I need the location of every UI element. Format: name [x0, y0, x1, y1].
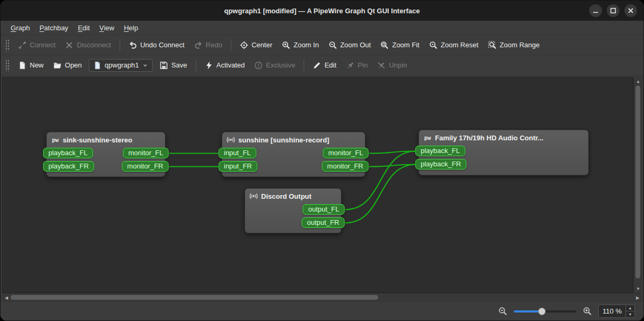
port-output-monitor-fr[interactable]: monitor_FR — [322, 161, 369, 172]
toolbar-button-label: Disconnect — [77, 41, 111, 49]
horizontal-scrollbar-track[interactable] — [11, 293, 633, 301]
node-sink-sunshine-stereo[interactable]: pwsink-sunshine-stereoplayback_FLmonitor… — [46, 132, 165, 177]
toolbar-button-zoom-reset[interactable]: Zoom Reset — [424, 38, 483, 53]
scroll-down-button[interactable]: ▼ — [634, 284, 642, 293]
patchbay-combo-qpwgraph1[interactable]: qpwgraph1 — [89, 59, 153, 72]
toolbar-button-label: Center — [252, 41, 272, 49]
zoom-spin-down-button[interactable]: ▼ — [626, 311, 634, 317]
toolbar-button-pin[interactable]: Pin — [341, 58, 373, 73]
minimize-button[interactable] — [589, 4, 602, 17]
maximize-button[interactable] — [607, 4, 620, 17]
disconnect-icon — [65, 41, 73, 49]
connect-icon — [18, 41, 27, 49]
port-output-monitor-fl[interactable]: monitor_FL — [123, 148, 169, 158]
toolbar-button-label: Exclusive — [266, 61, 295, 69]
toolbar-button-zoom-fit[interactable]: Zoom Fit — [375, 38, 424, 53]
window-controls — [589, 1, 637, 21]
titlebar[interactable]: qpwgraph1 [modified] — A PipeWire Graph … — [1, 1, 643, 21]
toolbar-button-connect[interactable]: Connect — [13, 38, 60, 53]
toolbar-drag-handle[interactable] — [5, 39, 9, 51]
toolbar-button-label: Zoom Out — [340, 41, 371, 49]
node-title: Discord Output — [261, 192, 312, 200]
port-output-monitor-fr[interactable]: monitor_FR — [122, 161, 169, 172]
node-sunshine-sunshine-record[interactable]: sunshine [sunshine-record]input_FLmonito… — [222, 132, 365, 177]
close-button[interactable] — [624, 4, 637, 17]
vertical-scrollbar-track[interactable] — [634, 86, 642, 284]
port-input-input-fr[interactable]: input_FR — [219, 161, 257, 172]
toolbar-button-save[interactable]: Save — [155, 58, 192, 73]
horizontal-scrollbar[interactable]: ◀ ▶ — [2, 293, 642, 301]
scroll-left-button[interactable]: ◀ — [2, 293, 11, 302]
toolbar-button-label: Redo — [206, 41, 222, 49]
toolbar-button-redo[interactable]: Redo — [189, 38, 227, 53]
statusbar: 110 % ▲ ▼ — [1, 301, 643, 320]
toolbar-button-activated[interactable]: Activated — [200, 58, 249, 73]
toolbar-separator — [120, 39, 120, 51]
toolbar-separator — [196, 60, 196, 71]
menu-view[interactable]: View — [95, 21, 119, 35]
port-input-input-fl[interactable]: input_FL — [219, 148, 256, 158]
toolbar-button-open[interactable]: Open — [48, 58, 87, 73]
pin-icon — [346, 61, 355, 70]
toolbar-button-center[interactable]: Center — [235, 38, 277, 53]
svg-text:pw: pw — [52, 137, 59, 143]
toolbar-button-label: Save — [171, 61, 187, 69]
node-family-17h-19h-hd-audio-contr[interactable]: pwFamily 17h/19h HD Audio Contr...playba… — [419, 130, 589, 175]
toolbar-button-zoom-out[interactable]: Zoom Out — [324, 38, 376, 53]
vertical-scrollbar[interactable]: ▲ ▼ — [633, 77, 642, 293]
zoom-spinbox[interactable]: 110 % ▲ ▼ — [598, 305, 635, 318]
horizontal-scrollbar-thumb[interactable] — [11, 295, 378, 300]
menu-help[interactable]: Help — [119, 21, 143, 35]
menu-edit[interactable]: Edit — [73, 21, 94, 35]
toolbar-graph: ConnectDisconnectUndo ConnectRedoCenterZ… — [1, 35, 643, 55]
zoom-reset-icon — [429, 41, 438, 49]
node-discord-output[interactable]: Discord Outputoutput_FLoutput_FR — [245, 188, 341, 233]
port-input-playback-fr[interactable]: playback_FR — [415, 159, 466, 170]
toolbar-button-disconnect[interactable]: Disconnect — [60, 38, 115, 53]
toolbar-separator — [231, 39, 231, 51]
new-icon — [18, 61, 27, 70]
toolbar-button-undo-connect[interactable]: Undo Connect — [124, 38, 189, 53]
toolbar-button-unpin[interactable]: Unpin — [372, 58, 412, 73]
toolbar-drag-handle[interactable] — [5, 60, 9, 71]
svg-text:f: f — [258, 63, 260, 68]
port-output-output-fr[interactable]: output_FR — [302, 217, 345, 228]
zoom-slider[interactable] — [514, 307, 576, 316]
toolbar-button-zoom-range[interactable]: Zoom Range — [483, 38, 545, 53]
toolbar-file: NewOpenqpwgraph1SaveActivatedfExclusiveE… — [1, 55, 643, 75]
toolbar-button-label: qpwgraph1 — [105, 61, 139, 69]
graph-canvas[interactable]: pwsink-sunshine-stereoplayback_FLmonitor… — [2, 77, 633, 293]
port-output-output-fl[interactable]: output_FL — [303, 204, 345, 215]
window-title: qpwgraph1 [modified] — A PipeWire Graph … — [224, 7, 420, 15]
exclusive-icon: f — [254, 61, 263, 70]
toolbar-button-zoom-in[interactable]: Zoom In — [277, 38, 324, 53]
toolbar-button-exclusive[interactable]: fExclusive — [249, 58, 300, 73]
port-input-playback-fl[interactable]: playback_FL — [43, 148, 93, 158]
scroll-up-button[interactable]: ▲ — [634, 77, 642, 86]
zoom-out-icon[interactable] — [498, 307, 507, 316]
app-window: qpwgraph1 [modified] — A PipeWire Graph … — [0, 0, 644, 321]
port-output-monitor-fl[interactable]: monitor_FL — [323, 148, 369, 158]
zoom-spin-up-button[interactable]: ▲ — [626, 305, 634, 311]
pipewire-icon: pw — [51, 136, 60, 144]
port-input-playback-fr[interactable]: playback_FR — [43, 161, 94, 172]
speaker-icon — [227, 136, 235, 144]
zoom-in-icon[interactable] — [583, 307, 592, 316]
menu-graph[interactable]: Graph — [6, 21, 35, 35]
file-icon — [93, 61, 102, 70]
toolbar-button-label: Activated — [216, 61, 245, 69]
toolbar-button-label: Zoom Reset — [441, 41, 479, 49]
port-input-playback-fl[interactable]: playback_FL — [415, 146, 465, 156]
toolbar-button-label: Zoom Range — [500, 41, 540, 49]
svg-text:pw: pw — [424, 134, 431, 141]
zoom-slider-handle[interactable] — [538, 308, 546, 315]
activated-icon — [205, 61, 213, 70]
undo-icon — [129, 41, 137, 49]
menu-patchbay[interactable]: Patchbay — [35, 21, 73, 35]
toolbar-button-label: Undo Connect — [140, 41, 185, 49]
vertical-scrollbar-thumb[interactable] — [635, 86, 640, 278]
toolbar-button-new[interactable]: New — [13, 58, 48, 73]
toolbar-button-edit[interactable]: Edit — [308, 58, 341, 73]
scroll-right-button[interactable]: ▶ — [633, 293, 642, 302]
toolbar-button-label: Zoom Fit — [392, 41, 419, 49]
